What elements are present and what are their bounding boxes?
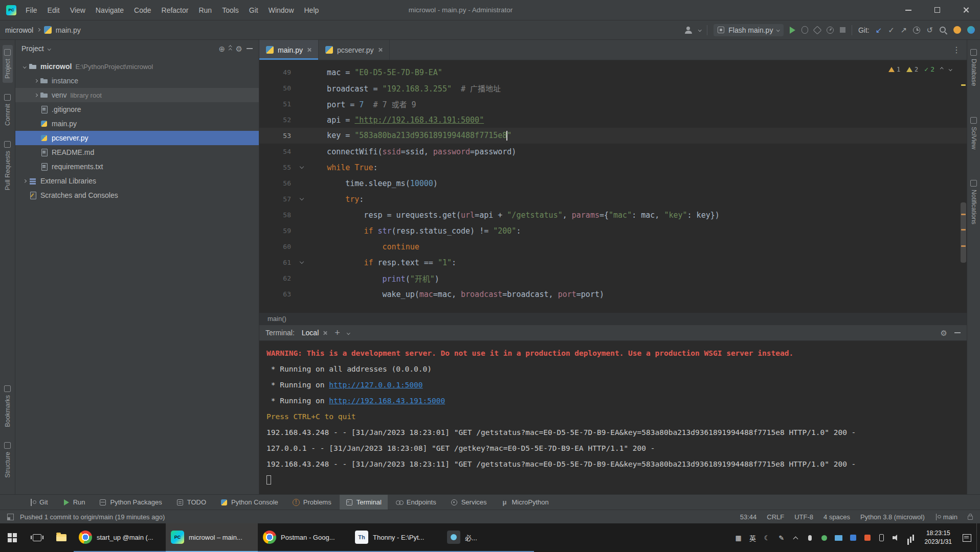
menu-tools[interactable]: Tools bbox=[217, 0, 244, 20]
git-push-button[interactable]: ↗ bbox=[901, 26, 907, 34]
tool-window-button-terminal[interactable]: Terminal bbox=[340, 495, 388, 510]
blue-app-icon[interactable] bbox=[847, 523, 859, 552]
tool-button-commit[interactable]: Commit bbox=[3, 90, 13, 130]
moon-icon[interactable]: ☾ bbox=[761, 523, 773, 552]
update-available-icon[interactable] bbox=[953, 26, 961, 34]
tool-window-button-run[interactable]: Run bbox=[56, 495, 92, 510]
history-button[interactable] bbox=[913, 27, 920, 34]
menu-window[interactable]: Window bbox=[263, 0, 299, 20]
tool-window-button-problems[interactable]: Problems bbox=[286, 495, 338, 510]
code-line-49[interactable]: 49 mac = "E0-D5-5E-7D-B9-EA" bbox=[259, 64, 967, 80]
code-line-61[interactable]: 61 if resp.text == "1": bbox=[259, 255, 967, 270]
coverage-button[interactable] bbox=[813, 26, 821, 34]
menu-help[interactable]: Help bbox=[299, 0, 324, 20]
locate-file-icon[interactable]: ⊕ bbox=[218, 45, 225, 53]
menu-run[interactable]: Run bbox=[193, 0, 217, 20]
debug-button[interactable] bbox=[801, 26, 808, 34]
menu-refactor[interactable]: Refactor bbox=[157, 0, 194, 20]
editor-tab-main-py[interactable]: main.py bbox=[259, 40, 319, 60]
tree-item-main-py[interactable]: main.py bbox=[15, 117, 259, 131]
tool-button-notifications[interactable]: Notifications bbox=[969, 176, 979, 228]
git-update-button[interactable]: ↙ bbox=[876, 26, 882, 34]
status-message[interactable]: Pushed 1 commit to origin/main (19 minut… bbox=[20, 513, 165, 521]
tree-item-venv[interactable]: venvlibrary root bbox=[15, 88, 259, 102]
menu-git[interactable]: Git bbox=[244, 0, 263, 20]
inspections-widget[interactable]: 1 2 ✓2 bbox=[888, 65, 951, 73]
terminal-settings-icon[interactable]: ⚙ bbox=[941, 329, 947, 337]
tool-window-toggle-icon[interactable] bbox=[7, 514, 14, 520]
taskbar-clock[interactable]: 18:23:15 2023/1/31 bbox=[920, 523, 957, 552]
code-with-me-icon[interactable] bbox=[684, 26, 693, 34]
tree-toggle-icon[interactable] bbox=[32, 80, 40, 82]
file-encoding[interactable]: UTF-8 bbox=[794, 513, 813, 521]
tool-button-pull-requests[interactable]: Pull Requests bbox=[3, 137, 13, 194]
tool-window-button-python-packages[interactable]: Python Packages bbox=[93, 495, 168, 510]
fold-marker-icon[interactable] bbox=[295, 262, 308, 263]
hide-terminal-icon[interactable] bbox=[954, 332, 961, 333]
git-branch-widget[interactable]: main bbox=[935, 513, 957, 521]
tree-item-requirements-txt[interactable]: requirements.txt bbox=[15, 159, 259, 174]
taskbar-app-thonny[interactable]: ThThonny - E:\Pyt... bbox=[350, 523, 442, 552]
ok-count[interactable]: ✓2 bbox=[924, 65, 934, 73]
code-line-50[interactable]: 50 broadcast = "192.168.3.255" # 广播地址 bbox=[259, 80, 967, 96]
project-title[interactable]: Project bbox=[21, 44, 44, 53]
tree-item-pcserver-py[interactable]: pcserver.py bbox=[15, 131, 259, 145]
tree-item-external-libraries[interactable]: External Libraries bbox=[15, 174, 259, 188]
terminal-link[interactable]: http://192.168.43.191:5000 bbox=[329, 397, 445, 405]
indent-style[interactable]: 4 spaces bbox=[823, 513, 850, 521]
terminal-dropdown-icon[interactable] bbox=[347, 331, 350, 334]
tool-window-button-python-console[interactable]: Python Console bbox=[214, 495, 284, 510]
code-line-63[interactable]: 63 wake_up(mac=mac, broadcast=broadcast,… bbox=[259, 286, 967, 302]
display-icon[interactable] bbox=[833, 523, 845, 552]
volume-icon[interactable] bbox=[890, 523, 902, 552]
show-desktop-button[interactable] bbox=[976, 523, 980, 552]
green-status-icon[interactable] bbox=[818, 523, 831, 552]
code-line-60[interactable]: 60 continue bbox=[259, 239, 967, 255]
menu-code[interactable]: Code bbox=[129, 0, 156, 20]
menu-navigate[interactable]: Navigate bbox=[91, 0, 129, 20]
search-everywhere-button[interactable] bbox=[939, 26, 947, 34]
stop-button[interactable] bbox=[840, 27, 845, 33]
project-settings-icon[interactable]: ⚙ bbox=[236, 45, 242, 53]
menu-file[interactable]: File bbox=[20, 0, 42, 20]
close-tab-icon[interactable] bbox=[307, 48, 311, 52]
action-center-button[interactable] bbox=[957, 523, 976, 552]
terminal-tab-local[interactable]: Local bbox=[302, 329, 327, 337]
start-button[interactable] bbox=[0, 523, 25, 552]
tool-button-structure[interactable]: Structure bbox=[3, 438, 13, 482]
code-editor[interactable]: 49 mac = "E0-D5-5E-7D-B9-EA"50 broadcast… bbox=[259, 60, 967, 312]
minimize-button[interactable] bbox=[894, 0, 923, 20]
rollback-button[interactable]: ↺ bbox=[926, 26, 933, 34]
red-app-icon[interactable] bbox=[861, 523, 874, 552]
tree-toggle-icon[interactable] bbox=[32, 94, 40, 97]
maximize-button[interactable] bbox=[923, 0, 951, 20]
close-tab-icon[interactable] bbox=[323, 331, 327, 335]
terminal-link[interactable]: http://127.0.0.1:5000 bbox=[329, 381, 422, 389]
tool-window-button-todo[interactable]: TODO bbox=[170, 495, 212, 510]
menu-edit[interactable]: Edit bbox=[42, 0, 65, 20]
editor-tab-pcserver-py[interactable]: pcserver.py bbox=[319, 40, 390, 60]
caret-position[interactable]: 53:44 bbox=[740, 513, 757, 521]
menu-view[interactable]: View bbox=[65, 0, 91, 20]
tool-button-database[interactable]: Database bbox=[969, 45, 979, 90]
close-button[interactable] bbox=[951, 0, 980, 20]
tree-item-microwol[interactable]: microwolE:\PythonProject\microwol bbox=[15, 59, 259, 74]
tool-button-sciview[interactable]: SciView bbox=[969, 113, 979, 153]
prev-problem-icon[interactable] bbox=[940, 67, 943, 71]
fold-marker-icon[interactable] bbox=[295, 167, 308, 168]
breadcrumb-function[interactable]: main() bbox=[268, 315, 286, 323]
python-interpreter[interactable]: Python 3.8 (microwol) bbox=[860, 513, 925, 521]
ime-english-icon[interactable]: 英 bbox=[747, 523, 759, 552]
tree-toggle-icon[interactable] bbox=[20, 65, 29, 68]
phone-icon[interactable] bbox=[876, 523, 888, 552]
close-tab-icon[interactable] bbox=[378, 48, 383, 52]
input-grid-icon[interactable]: ▦ bbox=[732, 523, 745, 552]
tree-item-gitignore[interactable]: .gitignore bbox=[15, 102, 259, 117]
read-lock-icon[interactable] bbox=[968, 516, 973, 520]
code-line-57[interactable]: 57 try: bbox=[259, 191, 967, 207]
profiler-button[interactable] bbox=[827, 27, 834, 34]
run-configuration-select[interactable]: Flash main.py bbox=[714, 24, 784, 36]
taskbar-app-chrome[interactable]: start_up @main (... bbox=[74, 523, 166, 552]
hidden-icons-chevron[interactable] bbox=[790, 523, 802, 552]
ide-plugin-icon[interactable] bbox=[967, 26, 975, 34]
